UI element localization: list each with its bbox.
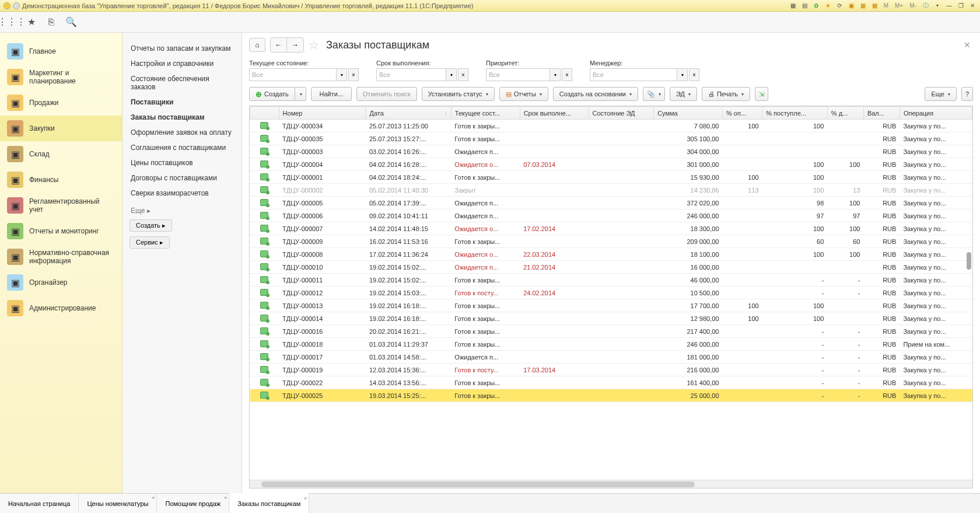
subpanel-link[interactable]: Договоры с поставщиками [128,170,236,186]
apps-icon[interactable]: ⋮⋮⋮ [6,16,18,28]
info-icon[interactable]: ⓘ [922,2,930,10]
window-tab[interactable]: Заказы поставщикам× [229,493,309,513]
table-row[interactable]: ТДЦУ-00000916.02.2014 11:53:16Готов к за… [250,235,972,248]
table-row[interactable]: ТДЦУ-00000817.02.2014 11:36:24Ожидается … [250,248,972,261]
reports-button[interactable]: ▤Отчеты▾ [499,87,548,101]
table-row[interactable]: ТДЦУ-00000303.02.2014 16:26:...Ожидается… [250,145,972,158]
filter-state-dropdown[interactable]: ▾ [337,68,347,81]
table-row[interactable]: ТДЦУ-00001701.03.2014 14:58:...Ожидается… [250,351,972,364]
filter-priority-dropdown[interactable]: ▾ [550,68,561,81]
filter-priority-input[interactable] [486,68,550,81]
more-button[interactable]: Еще▾ [925,87,956,101]
find-button[interactable]: Найти... [311,87,352,101]
table-row[interactable]: ТДЦУ-00000714.02.2014 11:48:15Ожидается … [250,222,972,235]
filter-manager-clear[interactable]: × [689,68,699,81]
table-row[interactable]: ТДЦУ-00002214.03.2014 13:56:...Готов к з… [250,376,972,389]
column-header[interactable]: Сумма [654,107,723,120]
table-row[interactable]: ТДЦУ-00001119.02.2014 15:02:...Готов к з… [250,274,972,287]
data-grid[interactable]: НомерДатаТекущее сост...Срок выполне...С… [250,106,972,480]
table-row[interactable]: ТДЦУ-00000609.02.2014 10:41:11Ожидается … [250,210,972,222]
sidebar-item[interactable]: ▣Органайзер [0,270,122,295]
minimize-icon[interactable]: — [945,2,953,10]
m-button[interactable]: M [882,2,890,10]
sidebar-item[interactable]: ▣Нормативно-справочная информация [0,244,122,270]
sidebar-item[interactable]: ▣Продажи [0,90,122,116]
table-row[interactable]: ТДЦУ-00002519.03.2014 15:25:...Готов к з… [250,389,972,402]
subpanel-link[interactable]: Поставщики [128,95,236,110]
sidebar-item[interactable]: ▣Финансы [0,167,122,193]
table-row[interactable]: ТДЦУ-00000205.02.2014 11:40:30Закрыт14 2… [250,184,972,197]
sidebar-item[interactable]: ▣Закупки [0,116,122,141]
filter-deadline-dropdown[interactable]: ▾ [446,68,457,81]
create-based-button[interactable]: Создать на основании▾ [553,87,638,101]
tab-close-icon[interactable]: × [152,495,155,501]
filter-state-clear[interactable]: × [348,68,359,81]
attachment-button[interactable]: 📎▾ [643,87,665,101]
column-header[interactable]: % оп... [723,107,762,120]
window-tab[interactable]: Цены номенклатуры× [79,494,157,513]
dropdown-icon[interactable] [13,2,20,9]
table-row[interactable]: ТДЦУ-00003425.07.2013 11:25:00Готов к за… [250,120,972,132]
sidebar-item[interactable]: ▣Администрирование [0,295,122,321]
filter-priority-clear[interactable]: × [562,68,572,81]
info-dd-icon[interactable]: ▾ [933,2,942,10]
subpanel-link[interactable]: Сверки взаиморасчетов [128,186,236,201]
subpanel-link[interactable]: Состояние обеспечения заказов [128,71,236,95]
filter-deadline-input[interactable] [376,68,446,81]
subpanel-link[interactable]: Оформление заявок на оплату [128,125,236,140]
column-header[interactable] [250,107,279,120]
set-status-button[interactable]: Установить статус▾ [422,87,495,101]
table-row[interactable]: ТДЦУ-00003525.07.2013 15:27:...Готов к з… [250,132,972,145]
star-icon[interactable]: ★ [26,16,37,28]
print-button[interactable]: 🖨Печать▾ [702,87,750,101]
subpanel-link[interactable]: Отчеты по запасам и закупкам [128,41,236,56]
column-header[interactable]: Вал... [863,107,900,120]
table-row[interactable]: ТДЦУ-00000404.02.2014 16:28:...Ожидается… [250,158,972,171]
window-tab[interactable]: Помощник продаж× [157,494,229,513]
table-row[interactable]: ТДЦУ-00001019.02.2014 15:02:...Ожидается… [250,261,972,274]
filter-deadline-clear[interactable]: × [458,68,468,81]
history-icon[interactable]: ⟳ [835,2,844,10]
calendar-icon[interactable]: ▦ [859,2,867,10]
close-window-icon[interactable]: ✕ [968,2,977,10]
sidebar-item[interactable]: ▣Главное [0,39,122,64]
table-row[interactable]: ТДЦУ-00001912.03.2014 15:36:...Готов к п… [250,364,972,376]
column-header[interactable]: Срок выполне... [520,107,589,120]
subpanel-link[interactable]: Заказы поставщикам [128,110,236,125]
subpanel-more[interactable]: Еще ▸ [128,201,236,217]
column-header[interactable]: Операция [900,107,972,120]
back-button[interactable]: ← [271,38,287,52]
column-header[interactable]: Состояние ЭД [589,107,654,120]
subpanel-link[interactable]: Соглашения с поставщиками [128,140,236,155]
table-row[interactable]: ТДЦУ-00001219.02.2014 15:03:...Готов к п… [250,287,972,299]
grid-icon[interactable]: ▦ [870,2,878,10]
column-header[interactable]: % поступле... [762,107,828,120]
sidebar-item[interactable]: ▣Регламентированный учет [0,193,122,218]
column-header[interactable]: % д... [827,107,863,120]
clipboard-icon[interactable]: ⎘ [46,16,57,28]
m-plus-button[interactable]: M+ [894,2,904,10]
table-row[interactable]: ТДЦУ-00001419.02.2014 16:18:...Готов к з… [250,312,972,325]
sidebar-item[interactable]: ▣Склад [0,141,122,167]
close-page-icon[interactable]: ✕ [961,40,973,50]
tb-icon-3[interactable]: ✿ [812,2,820,10]
column-header[interactable]: Дата [366,107,451,120]
tb-icon-2[interactable]: ▤ [800,2,808,10]
m-minus-button[interactable]: M- [908,2,918,10]
subpanel-link[interactable]: Цены поставщиков [128,155,236,170]
favorite-icon[interactable]: ★ [824,2,832,10]
create-dropdown[interactable]: ▾ [295,87,306,101]
search-icon[interactable]: 🔍 [65,16,77,28]
table-row[interactable]: ТДЦУ-00001801.03.2014 11:29:37Готов к за… [250,338,972,351]
subpanel-create-button[interactable]: Создать ▸ [130,219,172,232]
ed-button[interactable]: ЭД▾ [670,87,697,101]
column-header[interactable]: Номер [279,107,366,120]
sidebar-item[interactable]: ▣Отчеты и мониторинг [0,218,122,244]
table-row[interactable]: ТДЦУ-00001319.02.2014 16:18:...Готов к з… [250,299,972,312]
subpanel-service-button[interactable]: Сервис ▸ [130,236,170,249]
subpanel-link[interactable]: Настройки и справочники [128,56,236,71]
home-button[interactable]: ⌂ [249,38,265,52]
filter-state-input[interactable] [249,68,337,81]
filter-manager-input[interactable] [590,68,677,81]
horizontal-scrollbar[interactable] [250,480,972,488]
